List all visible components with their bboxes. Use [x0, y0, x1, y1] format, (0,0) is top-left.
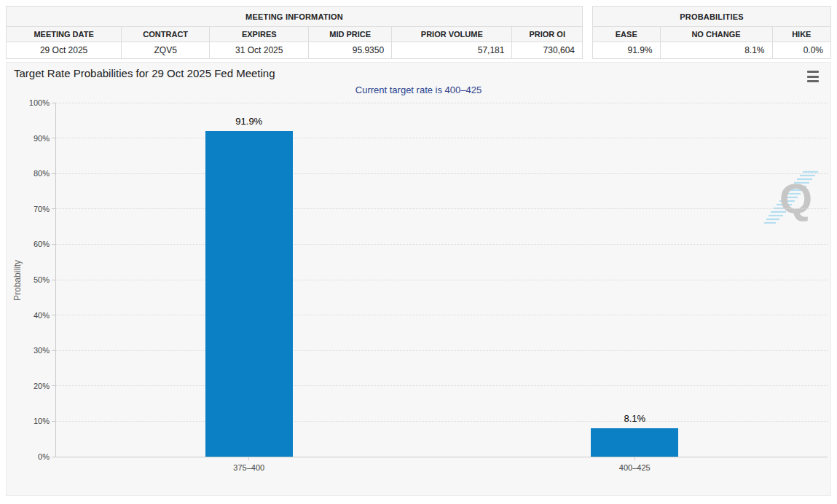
y-axis-tick: [52, 280, 55, 280]
col-no-change: NO CHANGE: [660, 27, 772, 42]
menu-bar: [807, 80, 819, 82]
y-axis-label: 30%: [34, 346, 50, 355]
y-axis-label: 60%: [34, 240, 50, 248]
chart-subtitle: Current target rate is 400–425: [7, 84, 830, 95]
meeting-information-title: MEETING INFORMATION: [7, 7, 583, 27]
col-contract: CONTRACT: [122, 27, 210, 42]
meeting-date-value: 29 Oct 2025: [7, 42, 122, 59]
expires-value: 31 Oct 2025: [210, 42, 309, 59]
menu-bar: [807, 71, 819, 73]
y-axis-tick: [52, 315, 55, 315]
meeting-information-table: MEETING INFORMATION MEETING DATE CONTRAC…: [6, 6, 583, 59]
chart-title: Target Rate Probabilities for 29 Oct 202…: [14, 67, 275, 79]
y-axis-tick: [52, 421, 55, 422]
prior-volume-value: 57,181: [392, 42, 512, 59]
mid-price-value: 95.9350: [309, 42, 392, 59]
prior-oi-value: 730,604: [512, 42, 583, 59]
y-axis-label: 50%: [34, 275, 50, 284]
y-axis-tick: [52, 138, 55, 138]
col-ease: EASE: [593, 27, 661, 42]
x-axis-category-label: 375–400: [198, 463, 300, 472]
y-gridline: [56, 244, 828, 245]
y-axis-tick: [52, 173, 55, 174]
y-axis-tick: [52, 457, 55, 457]
menu-bar: [807, 76, 819, 78]
y-axis-label: 70%: [34, 205, 50, 213]
x-axis-category-label: 400–425: [583, 463, 685, 472]
y-axis-title-wrap: Probability: [11, 103, 24, 457]
hamburger-menu-icon[interactable]: [805, 69, 821, 84]
ease-value: 91.9%: [593, 42, 661, 59]
probability-bar[interactable]: [591, 428, 678, 457]
probability-bar[interactable]: [205, 131, 293, 457]
summary-tables-row: MEETING INFORMATION MEETING DATE CONTRAC…: [0, 0, 837, 59]
table-row: 91.9% 8.1% 0.0%: [593, 42, 831, 59]
no-change-value: 8.1%: [660, 42, 772, 59]
y-axis-tick: [52, 208, 55, 209]
y-gridline: [56, 280, 828, 280]
y-axis-tick: [52, 385, 55, 386]
col-hike: HIKE: [772, 27, 830, 42]
y-axis-label: 80%: [34, 169, 50, 178]
col-prior-oi: PRIOR OI: [512, 27, 583, 42]
hike-value: 0.0%: [772, 42, 830, 59]
y-axis-tick: [52, 103, 55, 103]
y-axis-title: Probability: [12, 259, 23, 300]
y-axis-tick: [52, 244, 55, 245]
bar-data-label: 8.1%: [591, 413, 678, 424]
y-gridline: [56, 350, 828, 351]
col-expires: EXPIRES: [210, 27, 309, 42]
bar-data-label: 91.9%: [205, 116, 293, 127]
probabilities-title: PROBABILITIES: [593, 7, 831, 27]
fed-meeting-probability-chart: Target Rate Probabilities for 29 Oct 202…: [6, 62, 831, 496]
col-mid-price: MID PRICE: [309, 27, 392, 42]
col-prior-volume: PRIOR VOLUME: [392, 27, 512, 42]
y-gridline: [56, 103, 828, 103]
y-gridline: [56, 138, 828, 138]
y-gridline: [56, 421, 828, 422]
y-gridline: [56, 385, 828, 386]
y-gridline: [56, 208, 828, 209]
y-axis-label: 100%: [29, 98, 50, 107]
y-axis-label: 0%: [38, 452, 50, 461]
y-axis-tick: [52, 350, 55, 351]
y-axis-label: 10%: [34, 417, 50, 425]
y-gridline: [56, 315, 828, 315]
y-axis-label: 40%: [34, 311, 50, 320]
probabilities-table: PROBABILITIES EASE NO CHANGE HIKE 91.9% …: [592, 6, 831, 59]
x-axis-tick: [248, 457, 249, 460]
y-gridline: [56, 173, 828, 174]
y-axis-label: 90%: [34, 134, 50, 143]
y-axis-label: 20%: [34, 382, 50, 390]
contract-value: ZQV5: [122, 42, 210, 59]
col-meeting-date: MEETING DATE: [7, 27, 122, 42]
table-row: 29 Oct 2025 ZQV5 31 Oct 2025 95.9350 57,…: [7, 42, 583, 59]
x-axis-tick: [634, 457, 635, 460]
plot-area: 0%10%20%30%40%50%60%70%80%90%100%91.9%37…: [55, 103, 828, 457]
